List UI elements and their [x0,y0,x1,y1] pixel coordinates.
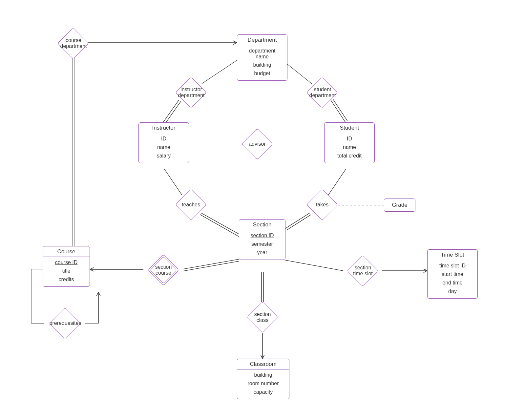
entity-attr: course ID [46,258,86,267]
entity-attr: room number [241,379,286,388]
entity-attrs: building room number capacity [237,369,289,399]
entity-attr: capacity [241,388,286,396]
entity-attrs: section ID semester year [239,230,285,260]
entity-attrs: time slot ID start time end time day [428,260,477,298]
rel-course-department [57,28,89,59]
rel-section-class [247,302,278,333]
entity-title: Classroom [237,359,289,369]
entity-attr: start time [431,270,474,279]
entity-attr: building [241,371,286,379]
entity-section: Section section ID semester year [239,219,285,260]
entity-title: Course [43,246,90,257]
entity-attr: ID [142,135,185,143]
rel-student-department [306,77,338,108]
entity-attr: time slot ID [431,262,474,270]
rel-section-timeslot [347,255,378,286]
entity-attr: building [241,61,284,69]
entity-attrs: ID name salary [139,133,189,163]
entity-title: Instructor [139,123,189,133]
entity-student: Student ID name total credit [324,122,375,163]
rel-instructor-department [175,77,207,108]
entity-attr: total credit [328,152,371,160]
rel-section-course [148,254,179,286]
entity-attr: name [328,143,371,152]
entity-attrs: course ID title credits [43,257,90,286]
entity-attr: name [142,143,185,152]
attr-grade: Grade [384,199,415,212]
entity-attrs: ID name total credit [325,133,374,163]
entity-attr: credits [46,275,86,284]
rel-takes [306,189,338,220]
entity-attr: section ID [242,231,282,240]
entity-attr: day [431,287,474,296]
attr-label: Grade [392,202,407,208]
entity-attr: salary [142,152,185,160]
entity-instructor: Instructor ID name salary [138,122,189,163]
entity-title: Student [325,123,374,133]
entity-course: Course course ID title credits [43,246,90,287]
entity-attrs: departmentname building budget [237,45,287,80]
rel-teaches [175,189,207,220]
entity-attr: end time [431,279,474,287]
entity-attr: title [46,267,86,275]
rel-advisor [242,128,273,160]
entity-title: Section [239,220,285,230]
entity-attr: ID [328,135,371,143]
entity-title: Department [237,35,287,45]
entity-attr: semester [242,240,282,248]
entity-department: Department departmentname building budge… [237,34,287,81]
entity-attr: departmentname [241,47,284,61]
rel-prerequisites [49,307,81,339]
entity-classroom: Classroom building room number capacity [237,359,289,399]
entity-attr: year [242,248,282,257]
entity-timeslot: Time Slot time slot ID start time end ti… [427,249,478,299]
entity-title: Time Slot [428,250,477,260]
entity-attr: budget [241,69,284,78]
